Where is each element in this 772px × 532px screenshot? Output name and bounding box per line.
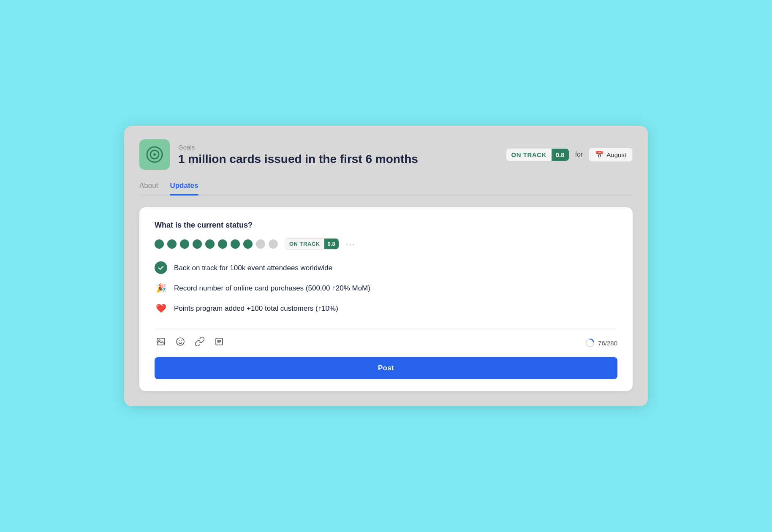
- update-text-1: Back on track for 100k event attendees w…: [174, 261, 332, 274]
- svg-point-6: [179, 340, 180, 341]
- more-options-button[interactable]: ···: [346, 240, 356, 248]
- heart-icon: ❤️: [155, 302, 167, 315]
- dot-6: [218, 239, 227, 249]
- goal-icon: [139, 139, 170, 170]
- char-count: 76/280: [585, 338, 617, 347]
- date-badge: 📅 August: [589, 148, 633, 162]
- list-item: ❤️ Points program added +100 total custo…: [155, 302, 617, 315]
- update-text-3: Points program added +100 total customer…: [174, 302, 338, 314]
- dot-2: [167, 239, 177, 249]
- svg-point-2: [153, 153, 156, 156]
- dot-4: [193, 239, 202, 249]
- goals-label: Goals: [178, 144, 497, 151]
- tab-updates[interactable]: Updates: [170, 182, 198, 195]
- progress-dots: [155, 239, 278, 249]
- header: Goals 1 million cards issued in the firs…: [139, 139, 633, 170]
- editor-toolbar: 76/280: [155, 328, 617, 350]
- link-button[interactable]: [193, 335, 206, 350]
- dot-10: [269, 239, 278, 249]
- for-label: for: [575, 151, 583, 158]
- tab-about[interactable]: About: [139, 182, 158, 195]
- header-right: ON TRACK 0.8 for 📅 August: [506, 148, 633, 162]
- update-text-2: Record number of online card purchases (…: [174, 282, 370, 294]
- on-track-badge: ON TRACK 0.8: [506, 148, 569, 161]
- dot-5: [205, 239, 215, 249]
- list-item: Back on track for 100k event attendees w…: [155, 261, 617, 274]
- svg-rect-3: [157, 338, 165, 345]
- dot-3: [180, 239, 189, 249]
- check-circle-icon: [155, 261, 167, 274]
- goal-title: 1 million cards issued in the first 6 mo…: [178, 152, 497, 166]
- party-icon: 🎉: [155, 282, 167, 294]
- status-score: 0.8: [324, 239, 339, 249]
- svg-point-7: [181, 340, 182, 341]
- on-track-label: ON TRACK: [506, 149, 552, 161]
- update-items: Back on track for 100k event attendees w…: [155, 261, 617, 315]
- status-row: ON TRACK 0.8 ···: [155, 238, 617, 250]
- main-container: Goals 1 million cards issued in the firs…: [124, 126, 648, 406]
- status-on-track-label: ON TRACK: [285, 239, 324, 249]
- header-text: Goals 1 million cards issued in the firs…: [178, 144, 497, 166]
- update-card: What is the current status? ON TRACK 0.8…: [139, 207, 633, 391]
- image-button[interactable]: [155, 335, 167, 350]
- date-label: August: [606, 151, 626, 158]
- status-question: What is the current status?: [155, 221, 617, 230]
- svg-point-5: [177, 338, 184, 345]
- post-button[interactable]: Post: [155, 357, 617, 379]
- emoji-button[interactable]: [174, 335, 187, 350]
- dot-1: [155, 239, 164, 249]
- status-badge-small: ON TRACK 0.8: [285, 238, 339, 250]
- dot-9: [256, 239, 265, 249]
- dot-8: [243, 239, 253, 249]
- on-track-score: 0.8: [552, 149, 569, 161]
- char-count-text: 76/280: [598, 339, 617, 347]
- dot-7: [231, 239, 240, 249]
- calendar-icon: 📅: [595, 151, 603, 159]
- tabs: About Updates: [139, 182, 633, 195]
- list-button[interactable]: [213, 335, 226, 350]
- list-item: 🎉 Record number of online card purchases…: [155, 282, 617, 294]
- progress-ring: [585, 338, 595, 347]
